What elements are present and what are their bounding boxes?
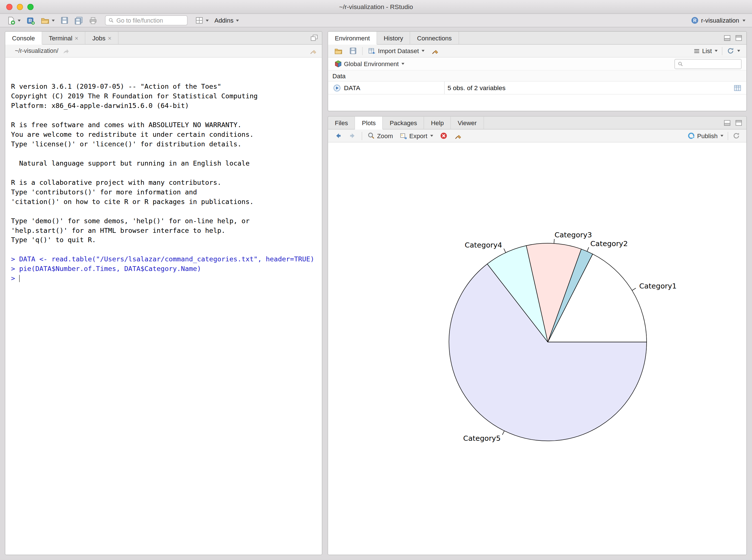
tab-console[interactable]: Console bbox=[5, 32, 42, 45]
export-label: Export bbox=[409, 132, 427, 139]
console-line bbox=[11, 148, 322, 158]
plots-pane: Files Plots Packages Help Viewer bbox=[328, 116, 747, 555]
view-in-files-icon[interactable] bbox=[62, 47, 69, 54]
new-file-icon bbox=[7, 16, 16, 25]
refresh-plot-button[interactable] bbox=[731, 131, 741, 141]
view-data-table-icon[interactable] bbox=[733, 84, 741, 92]
tab-help[interactable]: Help bbox=[424, 117, 451, 129]
save-workspace-button[interactable] bbox=[348, 46, 358, 56]
console-line bbox=[11, 168, 322, 177]
new-project-button[interactable]: R bbox=[25, 15, 37, 25]
chevron-down-icon bbox=[236, 20, 239, 21]
project-menu-button[interactable]: R r-visualization bbox=[690, 16, 747, 25]
next-plot-button[interactable] bbox=[347, 131, 358, 141]
open-file-button[interactable] bbox=[39, 15, 57, 25]
zoom-icon bbox=[367, 132, 375, 140]
list-icon bbox=[693, 47, 700, 54]
chevron-down-icon bbox=[206, 20, 208, 21]
console-line: 'citation()' on how to cite R or R packa… bbox=[11, 197, 322, 206]
pie-chart: Category1Category2Category3Category4Cate… bbox=[328, 143, 746, 555]
print-button[interactable] bbox=[87, 15, 99, 25]
tab-connections[interactable]: Connections bbox=[410, 32, 459, 44]
goto-file-input[interactable] bbox=[116, 17, 184, 24]
clear-environment-button[interactable] bbox=[430, 46, 441, 56]
console-header: ~/r-visualization/ bbox=[5, 45, 322, 58]
list-view-button[interactable]: List bbox=[692, 46, 719, 55]
environment-object-row[interactable]: DATA 5 obs. of 2 variables bbox=[328, 82, 746, 95]
global-environment-selector[interactable]: Global Environment bbox=[333, 59, 406, 69]
save-all-icon bbox=[74, 16, 83, 25]
export-plot-button[interactable]: Export bbox=[398, 131, 434, 141]
save-all-button[interactable] bbox=[72, 15, 85, 25]
working-directory-label: ~/r-visualization/ bbox=[10, 47, 59, 54]
pie-label-tick bbox=[504, 248, 506, 253]
window-title: ~/r-visualization - RStudio bbox=[0, 3, 752, 11]
tab-plots[interactable]: Plots bbox=[355, 117, 383, 130]
maximize-pane-icon[interactable] bbox=[310, 34, 318, 42]
zoom-label: Zoom bbox=[377, 132, 393, 139]
zoom-plot-button[interactable]: Zoom bbox=[366, 131, 395, 141]
refresh-environment-button[interactable] bbox=[725, 46, 741, 56]
chevron-down-icon bbox=[737, 50, 740, 52]
tab-label: Files bbox=[335, 119, 348, 126]
tab-label: Connections bbox=[417, 34, 452, 41]
minimize-pane-icon[interactable] bbox=[724, 34, 731, 42]
tab-jobs[interactable]: Jobs × bbox=[86, 32, 119, 44]
clear-plots-icon bbox=[454, 132, 462, 140]
tab-history[interactable]: History bbox=[377, 32, 410, 44]
new-project-icon: R bbox=[26, 16, 35, 25]
import-dataset-button[interactable]: Import Dataset bbox=[366, 46, 426, 56]
publish-icon bbox=[688, 132, 695, 140]
object-name: DATA bbox=[344, 84, 360, 91]
tab-label: Viewer bbox=[458, 119, 476, 126]
console-prompt: > bbox=[11, 274, 15, 282]
addins-label: Addins bbox=[215, 17, 233, 24]
expand-object-icon[interactable] bbox=[333, 84, 341, 92]
environment-pane: Environment History Connections bbox=[328, 31, 747, 111]
chevron-down-icon bbox=[715, 50, 717, 52]
addins-button[interactable]: Addins bbox=[212, 16, 241, 25]
open-folder-icon bbox=[334, 47, 343, 55]
forward-arrow-icon bbox=[349, 132, 356, 140]
back-arrow-icon bbox=[334, 132, 342, 140]
console-prompt-line[interactable]: > bbox=[11, 274, 322, 283]
tab-environment[interactable]: Environment bbox=[328, 32, 377, 45]
console-line: Platform: x86_64-apple-darwin15.6.0 (64-… bbox=[11, 101, 322, 111]
pie-label-category2: Category2 bbox=[590, 239, 628, 248]
clear-all-plots-button[interactable] bbox=[453, 131, 463, 141]
import-dataset-icon bbox=[368, 47, 376, 55]
load-workspace-button[interactable] bbox=[333, 46, 344, 56]
environment-scope-bar: Global Environment bbox=[328, 58, 746, 71]
publish-plot-button[interactable]: Publish bbox=[686, 131, 725, 141]
chevron-down-icon bbox=[18, 20, 21, 21]
pane-layout-button[interactable] bbox=[193, 15, 210, 25]
print-icon bbox=[89, 16, 98, 25]
tab-viewer[interactable]: Viewer bbox=[451, 117, 484, 129]
console-output[interactable]: R version 3.6.1 (2019-07-05) -- "Action … bbox=[5, 58, 322, 554]
pie-label-tick bbox=[502, 431, 504, 435]
new-file-button[interactable] bbox=[5, 15, 23, 25]
tab-packages[interactable]: Packages bbox=[383, 117, 424, 129]
console-line: Type 'license()' or 'licence()' for dist… bbox=[11, 139, 322, 148]
rstudio-window: ~/r-visualization - RStudio R bbox=[0, 0, 752, 560]
chevron-down-icon bbox=[402, 63, 405, 65]
titlebar: ~/r-visualization - RStudio bbox=[0, 0, 752, 14]
minimize-pane-icon[interactable] bbox=[724, 119, 731, 126]
maximize-pane-icon[interactable] bbox=[735, 34, 743, 42]
text-cursor bbox=[19, 275, 20, 282]
section-label: Data bbox=[332, 72, 346, 79]
project-icon: R bbox=[690, 16, 698, 25]
close-tab-icon[interactable]: × bbox=[75, 35, 79, 41]
maximize-pane-icon[interactable] bbox=[735, 119, 743, 126]
previous-plot-button[interactable] bbox=[333, 131, 343, 141]
publish-label: Publish bbox=[697, 132, 717, 139]
clear-console-icon[interactable] bbox=[309, 47, 317, 55]
import-dataset-label: Import Dataset bbox=[378, 47, 419, 54]
environment-search-input[interactable] bbox=[685, 60, 738, 67]
tab-files[interactable]: Files bbox=[328, 117, 355, 129]
tab-terminal[interactable]: Terminal × bbox=[42, 32, 86, 44]
close-tab-icon[interactable]: × bbox=[108, 35, 111, 41]
save-button[interactable] bbox=[59, 15, 70, 25]
remove-plot-button[interactable] bbox=[439, 131, 449, 141]
chevron-down-icon bbox=[430, 135, 433, 137]
